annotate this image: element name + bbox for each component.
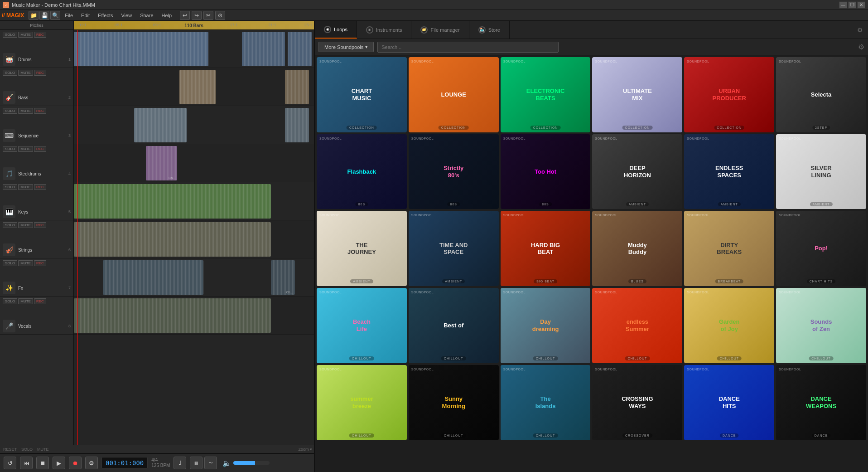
soundpool-item-the-journey[interactable]: SOUNDPOOLTHE JOURNEYAMBIENT: [317, 211, 407, 286]
soundpool-item-selecta[interactable]: SOUNDPOOLSelecta2STEP: [776, 57, 866, 132]
soundpool-item-crossing-ways[interactable]: SOUNDPOOLCROSSING WAYSCROSSOVER: [592, 365, 682, 440]
soundpool-item-silver-lining[interactable]: SOUNDPOOLSILVER LININGAMBIENT: [776, 134, 866, 209]
panel-settings-gear[interactable]: ⚙: [858, 43, 864, 51]
audio-block-drums-1[interactable]: [74, 32, 208, 66]
soundpool-item-summer-breeze[interactable]: SOUNDPOOLsummer breezeCHILLOUT: [317, 365, 407, 440]
cut-button[interactable]: ✂: [203, 11, 213, 20]
redo-button[interactable]: ↪: [192, 11, 202, 20]
metronome-button[interactable]: ♩: [174, 457, 186, 469]
close-button[interactable]: ✕: [857, 1, 865, 9]
audio-block-strings-1[interactable]: [74, 222, 271, 257]
track-row-fx[interactable]: Ch...: [74, 258, 314, 297]
soundpool-item-urban-producer[interactable]: SOUNDPOOLURBAN PRODUCERCOLLECTION: [684, 57, 774, 132]
menu-share[interactable]: Share: [136, 12, 157, 19]
strings-solo[interactable]: SOLO: [3, 222, 17, 228]
soundpool-item-pop[interactable]: SOUNDPOOLPop!CHART HITS: [776, 211, 866, 286]
fx-settings-button[interactable]: ⚙: [85, 457, 98, 469]
track-row-drums[interactable]: [74, 30, 314, 68]
soundpool-item-best-of[interactable]: SOUNDPOOLBest ofCHILLOUT: [409, 288, 499, 363]
track-row-steel[interactable]: Ch...: [74, 144, 314, 182]
vocals-mute[interactable]: MUTE: [18, 298, 33, 304]
toolbar-save[interactable]: 💾: [39, 11, 49, 20]
soundpool-item-electronic-beats[interactable]: SOUNDPOOLELECTRONIC BEATSCOLLECTION: [501, 57, 591, 132]
scroll-reset[interactable]: RESET: [2, 447, 18, 452]
keys-rec[interactable]: REC: [34, 184, 46, 190]
menu-help[interactable]: Help: [158, 12, 176, 19]
audio-block-seq-2[interactable]: [285, 108, 309, 142]
stop-button[interactable]: ⊘: [215, 11, 225, 20]
steel-mute[interactable]: MUTE: [18, 146, 33, 152]
play-button[interactable]: ▶: [53, 457, 65, 469]
soundpool-item-dance-hits[interactable]: SOUNDPOOLDANCE HITSDANCE: [684, 365, 774, 440]
soundpool-item-strictly-80s[interactable]: SOUNDPOOLStrictly 80's80s: [409, 134, 499, 209]
soundpool-item-chart-music[interactable]: SOUNDPOOLCHART MUSICCOLLECTION: [317, 57, 407, 132]
stop-button[interactable]: ⏹: [36, 457, 49, 469]
bass-mute[interactable]: MUTE: [18, 70, 33, 76]
track-row-vocals[interactable]: [74, 297, 314, 335]
menu-file[interactable]: File: [61, 12, 77, 19]
minimize-button[interactable]: —: [839, 1, 847, 9]
menu-edit[interactable]: Edit: [77, 12, 93, 19]
audio-block-fx-2[interactable]: Ch...: [271, 260, 295, 295]
strings-rec[interactable]: REC: [34, 222, 46, 228]
fx-rec[interactable]: REC: [34, 260, 46, 266]
timeline-ruler[interactable]: 110 Bars 01:1 05:1 09:1 13:1 17:1 21:1 2…: [74, 21, 314, 30]
drums-solo[interactable]: SOLO: [3, 32, 17, 38]
maximize-button[interactable]: ❐: [848, 1, 856, 9]
tab-store[interactable]: 🏪 Store: [469, 21, 510, 39]
fx-solo[interactable]: SOLO: [3, 260, 17, 266]
keys-solo[interactable]: SOLO: [3, 184, 17, 190]
toolbar-open[interactable]: 📁: [29, 11, 39, 20]
audio-block-vocals-1[interactable]: [74, 298, 271, 333]
tab-instruments[interactable]: ◉ Instruments: [357, 21, 411, 39]
soundpool-item-deep-horizon[interactable]: SOUNDPOOLDEEP HORIZONAMBIENT: [592, 134, 682, 209]
audio-block-drums-2[interactable]: [242, 32, 285, 66]
drums-mute[interactable]: MUTE: [18, 32, 33, 38]
steel-rec[interactable]: REC: [34, 146, 46, 152]
wave-view-button[interactable]: 〜: [204, 457, 217, 469]
tab-loops[interactable]: ◉ Loops: [315, 21, 357, 39]
soundpool-item-muddy-buddy[interactable]: SOUNDPOOLMuddy BuddyBLUES: [592, 211, 682, 286]
tracks-content[interactable]: Ch...: [74, 30, 314, 445]
track-row-strings[interactable]: [74, 220, 314, 258]
seq-solo[interactable]: SOLO: [3, 108, 17, 114]
steel-solo[interactable]: SOLO: [3, 146, 17, 152]
bass-rec[interactable]: REC: [34, 70, 46, 76]
volume-slider[interactable]: [233, 461, 270, 465]
soundpool-item-the-islands[interactable]: SOUNDPOOLThe IslandsCHILLOUT: [501, 365, 591, 440]
soundpool-item-time-and-space[interactable]: SOUNDPOOLTIME AND SPACEAMBIENT: [409, 211, 499, 286]
soundpool-item-dance-weapons[interactable]: SOUNDPOOLDANCE WEAPONSDANCE: [776, 365, 866, 440]
soundpool-item-hard-big-beat[interactable]: SOUNDPOOLHARD BIG BEATBIG BEAT: [501, 211, 591, 286]
soundpool-item-endless-summer[interactable]: SOUNDPOOLendless SummerCHILLOUT: [592, 288, 682, 363]
soundpool-item-garden-of-joy[interactable]: SOUNDPOOLGarden of JoyCHILLOUT: [684, 288, 774, 363]
vocals-rec[interactable]: REC: [34, 298, 46, 304]
record-button[interactable]: ⏺: [69, 457, 82, 469]
vocals-solo[interactable]: SOLO: [3, 298, 17, 304]
soundpool-item-sunny-morning[interactable]: SOUNDPOOLSunny MorningCHILLOUT: [409, 365, 499, 440]
scroll-mute[interactable]: MUTE: [36, 447, 50, 452]
rewind-button[interactable]: ⏮: [20, 457, 33, 469]
soundpool-item-endless-spaces[interactable]: SOUNDPOOLENDLESS SPACESAMBIENT: [684, 134, 774, 209]
audio-block-keys-1[interactable]: [74, 184, 271, 219]
seq-mute[interactable]: MUTE: [18, 108, 33, 114]
undo-button[interactable]: ↩: [180, 11, 190, 20]
soundpool-item-ultimate-mix[interactable]: SOUNDPOOLULTIMATE MIXCOLLECTION: [592, 57, 682, 132]
soundpool-search[interactable]: [377, 42, 559, 53]
soundpool-item-flashback[interactable]: SOUNDPOOLFlashback80s: [317, 134, 407, 209]
audio-block-bass-2[interactable]: [285, 70, 309, 104]
menu-effects[interactable]: Effects: [94, 12, 116, 19]
soundpool-item-dirty-breaks[interactable]: SOUNDPOOLDIRTY BREAKSBREAKBEAT: [684, 211, 774, 286]
soundpool-item-beach-life[interactable]: SOUNDPOOLBeach LifeCHILLOUT: [317, 288, 407, 363]
tab-filemanager[interactable]: 📁 File manager: [411, 21, 469, 39]
soundpool-item-sounds-of-zen[interactable]: SOUNDPOOLSounds of ZenCHILLOUT: [776, 288, 866, 363]
soundpool-item-day-dreaming[interactable]: SOUNDPOOLDay dreamingCHILLOUT: [501, 288, 591, 363]
audio-block-seq-1[interactable]: [134, 108, 187, 142]
audio-block-steel-1[interactable]: Ch...: [146, 146, 177, 180]
strings-mute[interactable]: MUTE: [18, 222, 33, 228]
audio-block-fx-1[interactable]: [103, 260, 204, 295]
drums-rec[interactable]: REC: [34, 32, 46, 38]
panel-settings-button[interactable]: ⚙: [852, 21, 868, 39]
loop-button[interactable]: ↺: [4, 457, 16, 469]
track-row-keys[interactable]: [74, 182, 314, 220]
seq-rec[interactable]: REC: [34, 108, 46, 114]
